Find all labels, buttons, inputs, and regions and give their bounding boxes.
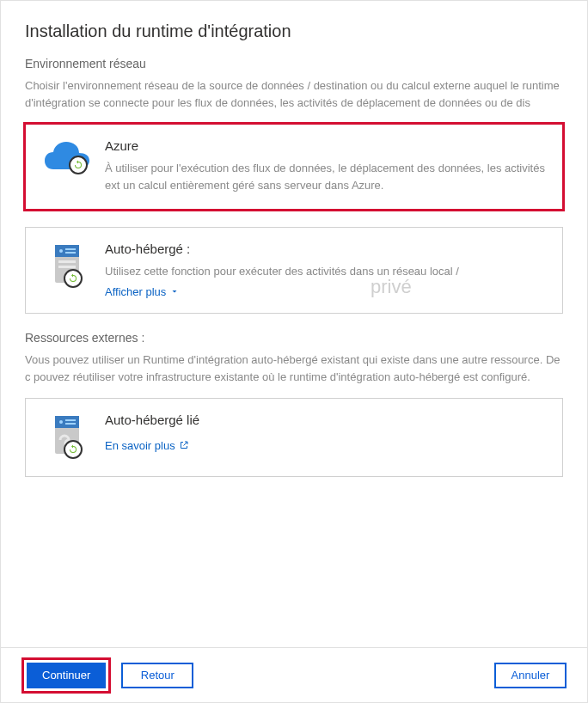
footer-bar: Continuer Retour Annuler: [1, 647, 587, 702]
show-more-link[interactable]: Afficher plus: [105, 285, 180, 298]
svg-rect-8: [55, 416, 79, 428]
env-section-label: Environnement réseau: [25, 57, 563, 70]
chevron-down-icon: [169, 286, 180, 296]
env-section-desc: Choisir l'environnement réseau de la sou…: [25, 77, 563, 112]
azure-title: Azure: [105, 138, 547, 153]
svg-rect-1: [55, 245, 79, 257]
option-azure-card[interactable]: Azure À utiliser pour l'exécution des fl…: [25, 124, 563, 209]
external-section-label: Ressources externes :: [25, 331, 563, 345]
svg-point-9: [59, 420, 63, 424]
svg-rect-6: [58, 266, 76, 268]
learn-more-label: En savoir plus: [105, 439, 175, 452]
svg-rect-5: [58, 260, 76, 263]
svg-rect-3: [65, 248, 76, 250]
external-link-icon: [179, 440, 189, 450]
learn-more-link[interactable]: En savoir plus: [105, 439, 189, 452]
self-hosted-title: Auto-hébergé :: [105, 241, 547, 256]
sync-badge-icon: [64, 269, 83, 288]
svg-rect-11: [65, 423, 76, 425]
external-section-desc: Vous pouvez utiliser un Runtime d'intégr…: [25, 352, 563, 386]
cancel-button[interactable]: Annuler: [494, 663, 567, 688]
continue-highlight: Continuer: [21, 657, 111, 694]
back-button[interactable]: Retour: [121, 663, 193, 688]
self-hosted-desc: Utilisez cette fonction pour exécuter de…: [105, 263, 547, 280]
linked-self-hosted-title: Auto-hébergé lié: [105, 413, 547, 427]
sync-badge-icon: [64, 440, 83, 459]
azure-desc: À utiliser pour l'exécution des flux de …: [105, 160, 547, 194]
show-more-label: Afficher plus: [105, 285, 166, 298]
continue-button[interactable]: Continuer: [27, 663, 106, 688]
option-linked-self-hosted-card[interactable]: Auto-hébergé lié En savoir plus: [25, 398, 563, 477]
option-self-hosted-card[interactable]: Auto-hébergé : Utilisez cette fonction p…: [25, 227, 563, 314]
svg-point-2: [59, 249, 63, 253]
svg-rect-4: [65, 252, 76, 254]
svg-rect-10: [65, 419, 76, 421]
page-title: Installation du runtime d'intégration: [25, 21, 563, 41]
